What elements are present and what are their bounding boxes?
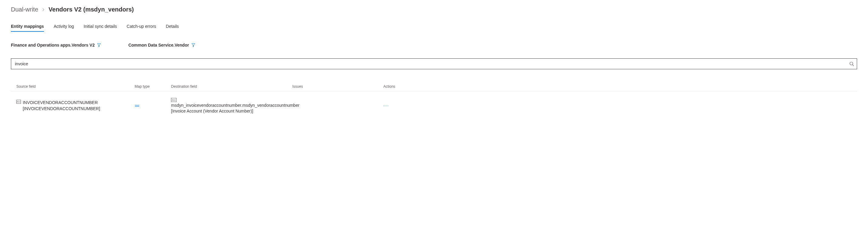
tab-details[interactable]: Details (166, 24, 179, 32)
tab-initial-sync-details[interactable]: Initial sync details (84, 24, 117, 32)
breadcrumb-current: Vendors V2 (msdyn_vendors) (49, 6, 134, 13)
svg-line-1 (852, 65, 854, 66)
equals-icon (135, 104, 140, 107)
more-icon: ··· (383, 103, 389, 109)
table-header: Source field Map type Destination field … (11, 82, 857, 91)
destination-field-cell: Abc msdyn_invoicevendoraccountnumber.msd… (171, 98, 292, 114)
breadcrumb: Dual-write Vendors V2 (msdyn_vendors) (11, 6, 857, 13)
search-input[interactable] (11, 59, 857, 69)
filter-icon[interactable] (191, 43, 195, 47)
text-type-icon: Abc (171, 98, 177, 102)
header-issues[interactable]: Issues (292, 84, 383, 89)
destination-entity-label: Common Data Service.Vendor (128, 43, 195, 47)
map-type-cell[interactable] (135, 104, 171, 107)
destination-field-text: msdyn_invoicevendoraccountnumber.msdyn_v… (171, 103, 292, 114)
tab-activity-log[interactable]: Activity log (54, 24, 74, 32)
source-entity-label: Finance and Operations apps.Vendors V2 (11, 43, 101, 47)
header-destination-field[interactable]: Destination field (171, 84, 292, 89)
table-row[interactable]: Abc INVOICEVENDORACCOUNTNUMBER [INVOICEV… (11, 95, 857, 117)
header-actions[interactable]: Actions (383, 84, 851, 89)
header-source-field[interactable]: Source field (17, 84, 135, 89)
source-field-cell: Abc INVOICEVENDORACCOUNTNUMBER [INVOICEV… (17, 100, 135, 112)
tabs: Entity mappings Activity log Initial syn… (11, 24, 857, 32)
tab-entity-mappings[interactable]: Entity mappings (11, 24, 44, 32)
chevron-right-icon (42, 8, 45, 11)
search-wrapper (11, 59, 857, 69)
row-actions-button[interactable]: ··· (383, 103, 851, 109)
source-field-text: INVOICEVENDORACCOUNTNUMBER [INVOICEVENDO… (23, 100, 135, 112)
search-icon[interactable] (849, 62, 854, 66)
destination-entity-text: Common Data Service.Vendor (128, 43, 189, 47)
breadcrumb-parent[interactable]: Dual-write (11, 6, 38, 13)
tab-catch-up-errors[interactable]: Catch-up errors (127, 24, 156, 32)
entity-labels-row: Finance and Operations apps.Vendors V2 C… (11, 43, 857, 47)
svg-point-0 (850, 62, 853, 65)
mappings-table: Source field Map type Destination field … (11, 82, 857, 117)
header-map-type[interactable]: Map type (135, 84, 171, 89)
source-entity-text: Finance and Operations apps.Vendors V2 (11, 43, 95, 47)
filter-icon[interactable] (97, 43, 101, 47)
text-type-icon: Abc (17, 100, 21, 104)
